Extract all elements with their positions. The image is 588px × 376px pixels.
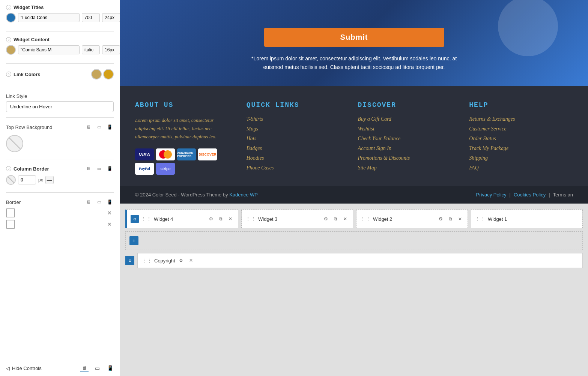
footer-link-promotions[interactable]: Promotions & Discounts: [358, 155, 454, 161]
footer-about-body: Lorem ipsum dolor sit amet, consectetur …: [135, 116, 232, 141]
footer-link-shipping[interactable]: Shipping: [469, 155, 565, 161]
widget-2-expand[interactable]: ⧉: [447, 215, 454, 223]
link-style-select[interactable]: Underline on Hover Underline None: [6, 101, 114, 112]
top-row-bg-mobile-icon[interactable]: 📱: [105, 123, 114, 131]
widget-4-drag-handle[interactable]: ⋮⋮: [141, 216, 152, 222]
footer-link-hoodies[interactable]: Hoodies: [247, 155, 343, 161]
widget-titles-color[interactable]: [6, 13, 16, 22]
payment-stripe: stripe: [156, 163, 175, 175]
widget-content-font-row: ▼: [6, 45, 114, 55]
link-style-section: Link Style Underline on Hover Underline …: [6, 93, 114, 112]
hide-controls-label: Hide Controls: [12, 366, 42, 371]
footer-about-col: ABOUT US Lorem ipsum dolor sit amet, con…: [135, 101, 239, 175]
footer-link-mugs[interactable]: Mugs: [247, 126, 343, 132]
copyright-drag-handle[interactable]: ⋮⋮: [141, 258, 152, 264]
column-border-value[interactable]: [18, 175, 36, 184]
copyright-widget-row: ⚙ ⋮⋮ Copyright ⚙ ✕: [120, 253, 588, 268]
terms-link[interactable]: Terms an: [553, 192, 573, 198]
widget-row-1: ⚙ ⋮⋮ Widget 4 ⚙ ⧉ ✕ ⋮⋮ Widget 3 ⚙ ⧉ ✕ ⋮⋮…: [120, 210, 588, 228]
widget-4-gear-icon[interactable]: ⚙: [131, 215, 139, 223]
footer-link-orderstatus[interactable]: Order Status: [469, 136, 565, 142]
link-colors-toggle[interactable]: ○: [6, 72, 11, 77]
widget-2-settings[interactable]: ⚙: [437, 215, 444, 223]
top-row-bg-desktop-icon[interactable]: 🖥: [84, 123, 93, 131]
widget-1-drag-handle[interactable]: ⋮⋮: [475, 216, 486, 222]
column-border-desktop-icon[interactable]: 🖥: [84, 165, 93, 173]
payment-amex: AMERICAN EXPRESS: [177, 148, 196, 160]
widget-4-expand[interactable]: ⧉: [217, 215, 224, 223]
bottom-tablet-icon[interactable]: ▭: [93, 364, 101, 372]
widget-3-close[interactable]: ✕: [341, 215, 349, 223]
footer-link-phonecases[interactable]: Phone Cases: [247, 165, 343, 171]
copyright-widget-box: ⋮⋮ Copyright ⚙ ✕: [137, 253, 583, 268]
widget-content-style-input[interactable]: [82, 45, 100, 54]
column-border-tablet-icon[interactable]: ▭: [95, 165, 103, 173]
copyright-settings[interactable]: ⚙: [177, 257, 185, 264]
top-row-bg-icons: 🖥 ▭ 📱: [84, 123, 114, 131]
footer-link-balance[interactable]: Check Your Balance: [358, 136, 454, 142]
link-color-1[interactable]: [91, 69, 102, 79]
bottom-mobile-icon[interactable]: 📱: [106, 364, 114, 372]
widget-content-size-input[interactable]: [102, 45, 120, 54]
cookies-policy-link[interactable]: Cookies Policy: [514, 192, 546, 198]
border-square-2[interactable]: [6, 220, 15, 229]
widget-box-2: ⋮⋮ Widget 2 ⚙ ⧉ ✕: [356, 210, 468, 228]
widget-add-row-btn[interactable]: +: [129, 236, 138, 245]
widget-3-drag-handle[interactable]: ⋮⋮: [245, 216, 256, 222]
widget-titles-size-input[interactable]: [102, 13, 120, 22]
payment-paypal: PayPal: [135, 163, 154, 175]
copyright-close[interactable]: ✕: [187, 257, 195, 264]
footer-link-faq[interactable]: FAQ: [469, 165, 565, 171]
widget-content-color[interactable]: [6, 45, 16, 55]
footer-link-trackpackage[interactable]: Track My Package: [469, 145, 565, 151]
column-border-mobile-icon[interactable]: 📱: [105, 165, 114, 173]
widget-empty-row: +: [125, 231, 583, 250]
widget-content-font-input[interactable]: [18, 45, 80, 54]
column-border-minus[interactable]: —: [45, 176, 54, 184]
footer-link-wishlist[interactable]: Wishlist: [358, 126, 454, 132]
column-border-toggle[interactable]: ○: [6, 166, 11, 171]
widget-3-settings[interactable]: ⚙: [322, 215, 329, 223]
widget-titles-toggle[interactable]: ○: [6, 5, 11, 10]
widget-builder: ⚙ ⋮⋮ Widget 4 ⚙ ⧉ ✕ ⋮⋮ Widget 3 ⚙ ⧉ ✕ ⋮⋮…: [120, 204, 588, 376]
widget-titles-weight-input[interactable]: [82, 13, 100, 22]
footer-link-sitemap[interactable]: Site Map: [358, 165, 454, 171]
column-border-label: Column Border: [14, 166, 49, 172]
bottom-desktop-icon[interactable]: 🖥: [80, 364, 89, 372]
footer-quick-links-col: QUICK LINKS T-Shirts Mugs Hats Badges Ho…: [239, 101, 350, 175]
widget-2-drag-handle[interactable]: ⋮⋮: [360, 216, 371, 222]
widget-box-3: ⋮⋮ Widget 3 ⚙ ⧉ ✕: [241, 210, 353, 228]
column-border-color[interactable]: [6, 175, 16, 185]
footer-link-signin[interactable]: Account Sign In: [358, 145, 454, 151]
hide-controls-icon: ◁: [6, 366, 10, 371]
kadence-wp-link[interactable]: Kadence WP: [229, 192, 258, 198]
widget-titles-font-input[interactable]: [18, 13, 80, 22]
submit-button[interactable]: Submit: [264, 28, 444, 47]
border-close-1[interactable]: ✕: [105, 209, 114, 217]
border-desktop-icon[interactable]: 🖥: [84, 198, 93, 206]
footer-link-badges[interactable]: Badges: [247, 145, 343, 151]
footer-link-customerservice[interactable]: Customer Service: [469, 126, 565, 132]
widget-4-close[interactable]: ✕: [227, 215, 234, 223]
border-close-2[interactable]: ✕: [105, 220, 114, 228]
border-mobile-icon[interactable]: 📱: [105, 198, 114, 206]
widget-3-label: Widget 3: [258, 216, 320, 222]
hide-controls-button[interactable]: ◁ Hide Controls: [6, 366, 42, 371]
footer-link-hats[interactable]: Hats: [247, 136, 343, 142]
copyright-widget-add-btn[interactable]: ⚙: [125, 256, 134, 265]
privacy-policy-link[interactable]: Privacy Policy: [476, 192, 507, 198]
border-square-1[interactable]: [6, 208, 15, 217]
footer-link-giftcard[interactable]: Buy a Gift Card: [358, 116, 454, 122]
footer-section: ABOUT US Lorem ipsum dolor sit amet, con…: [120, 86, 588, 186]
border-tablet-icon[interactable]: ▭: [95, 198, 103, 206]
widget-content-toggle[interactable]: ○: [6, 37, 11, 42]
hero-section: Submit *Lorem ipsum dolor sit amet, cons…: [120, 0, 588, 86]
footer-link-tshirts[interactable]: T-Shirts: [247, 116, 343, 122]
widget-3-expand[interactable]: ⧉: [332, 215, 339, 223]
top-row-bg-color[interactable]: [6, 135, 23, 152]
footer-link-returns[interactable]: Returns & Exchanges: [469, 116, 565, 122]
top-row-bg-tablet-icon[interactable]: ▭: [95, 123, 103, 131]
link-color-2[interactable]: [103, 69, 114, 79]
widget-2-close[interactable]: ✕: [456, 215, 464, 223]
widget-4-settings[interactable]: ⚙: [207, 215, 215, 223]
